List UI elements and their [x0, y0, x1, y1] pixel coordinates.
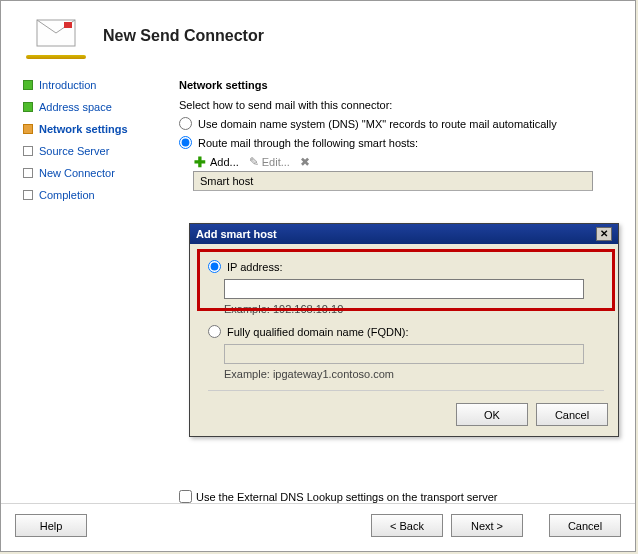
header: New Send Connector — [1, 1, 635, 67]
fqdn-group: Example: ipgateway1.contoso.com — [224, 344, 604, 380]
radio-fqdn-label: Fully qualified domain name (FQDN): — [227, 326, 409, 338]
svg-rect-1 — [64, 22, 72, 28]
ext-dns-label: Use the External DNS Lookup settings on … — [196, 491, 497, 503]
help-button[interactable]: Help — [15, 514, 87, 537]
edit-button: ✎ Edit... — [249, 155, 290, 169]
smart-host-toolbar: ✚ Add... ✎ Edit... ✖ — [193, 155, 615, 169]
sidebar-item-label: New Connector — [39, 167, 115, 179]
dialog-close-button[interactable]: ✕ — [596, 227, 612, 241]
sidebar-item-completion[interactable]: Completion — [23, 189, 163, 201]
ip-example-label: Example: 192.168.10.10 — [224, 303, 604, 315]
radio-dns-label: Use domain name system (DNS) "MX" record… — [198, 118, 557, 130]
dialog-divider — [208, 390, 604, 391]
sidebar-item-network-settings[interactable]: Network settings — [23, 123, 163, 135]
step-marker-icon — [23, 124, 33, 134]
step-marker-icon — [23, 168, 33, 178]
ext-dns-checkbox-row[interactable]: Use the External DNS Lookup settings on … — [179, 490, 497, 503]
sidebar-item-introduction[interactable]: Introduction — [23, 79, 163, 91]
dialog-body: IP address: Example: 192.168.10.10 Fully… — [190, 244, 618, 401]
footer-nav: < Back Next > Cancel — [371, 514, 621, 537]
fqdn-input — [224, 344, 584, 364]
ip-address-input[interactable] — [224, 279, 584, 299]
sidebar-item-label: Introduction — [39, 79, 96, 91]
radio-ip-label: IP address: — [227, 261, 282, 273]
sidebar-item-new-connector[interactable]: New Connector — [23, 167, 163, 179]
ext-dns-checkbox[interactable] — [179, 490, 192, 503]
edit-label: Edit... — [262, 156, 290, 168]
step-marker-icon — [23, 146, 33, 156]
wizard-icon-bar — [26, 55, 86, 59]
radio-fqdn-row[interactable]: Fully qualified domain name (FQDN): — [208, 325, 604, 338]
radio-smart-label: Route mail through the following smart h… — [198, 137, 418, 149]
fqdn-example-label: Example: ipgateway1.contoso.com — [224, 368, 604, 380]
mail-icon — [36, 19, 76, 49]
dialog-footer: OK Cancel — [190, 401, 618, 436]
pencil-icon: ✎ — [249, 155, 259, 169]
add-label: Add... — [210, 156, 239, 168]
back-button[interactable]: < Back — [371, 514, 443, 537]
sidebar-item-label: Source Server — [39, 145, 109, 157]
add-smart-host-dialog: Add smart host ✕ IP address: Example: 19… — [189, 223, 619, 437]
step-marker-icon — [23, 190, 33, 200]
step-marker-icon — [23, 102, 33, 112]
delete-button: ✖ — [300, 155, 310, 169]
radio-ip[interactable] — [208, 260, 221, 273]
add-button[interactable]: ✚ Add... — [193, 155, 239, 169]
sidebar-item-label: Address space — [39, 101, 112, 113]
dialog-title-text: Add smart host — [196, 228, 277, 240]
sidebar-item-source-server[interactable]: Source Server — [23, 145, 163, 157]
radio-smart-row[interactable]: Route mail through the following smart h… — [179, 136, 615, 149]
radio-fqdn[interactable] — [208, 325, 221, 338]
sidebar: Introduction Address space Network setti… — [1, 67, 171, 497]
step-marker-icon — [23, 80, 33, 90]
next-button[interactable]: Next > — [451, 514, 523, 537]
dialog-ok-button[interactable]: OK — [456, 403, 528, 426]
wizard-icon-wrap — [21, 19, 91, 59]
wizard-footer: Help < Back Next > Cancel — [1, 503, 635, 551]
section-title: Network settings — [179, 79, 615, 91]
radio-smart[interactable] — [179, 136, 192, 149]
plus-icon: ✚ — [193, 155, 207, 169]
sidebar-item-address-space[interactable]: Address space — [23, 101, 163, 113]
sidebar-item-label: Completion — [39, 189, 95, 201]
grid-column-header[interactable]: Smart host — [193, 171, 593, 191]
radio-ip-row[interactable]: IP address: — [208, 260, 604, 273]
radio-dns-row[interactable]: Use domain name system (DNS) "MX" record… — [179, 117, 615, 130]
page-title: New Send Connector — [91, 27, 264, 51]
wizard-window: New Send Connector Introduction Address … — [0, 0, 636, 552]
close-icon: ✖ — [300, 155, 310, 169]
cancel-button[interactable]: Cancel — [549, 514, 621, 537]
sidebar-item-label: Network settings — [39, 123, 128, 135]
dialog-titlebar[interactable]: Add smart host ✕ — [190, 224, 618, 244]
ip-group: Example: 192.168.10.10 — [224, 279, 604, 315]
dialog-cancel-button[interactable]: Cancel — [536, 403, 608, 426]
radio-dns[interactable] — [179, 117, 192, 130]
select-how-label: Select how to send mail with this connec… — [179, 99, 615, 111]
